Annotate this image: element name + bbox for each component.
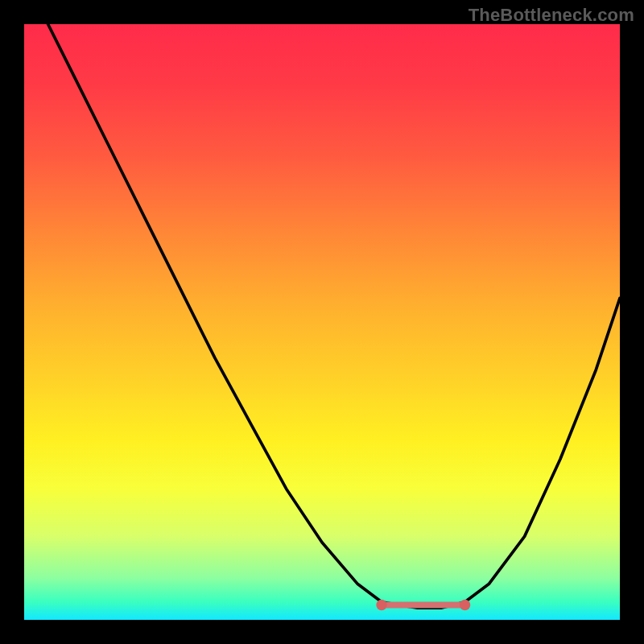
floor-dot-left [376,600,386,610]
chart-svg [24,24,620,620]
watermark-text: TheBottleneck.com [469,5,634,26]
chart-area [24,24,620,620]
floor-dot-right [460,600,470,610]
curve-line [48,24,620,608]
